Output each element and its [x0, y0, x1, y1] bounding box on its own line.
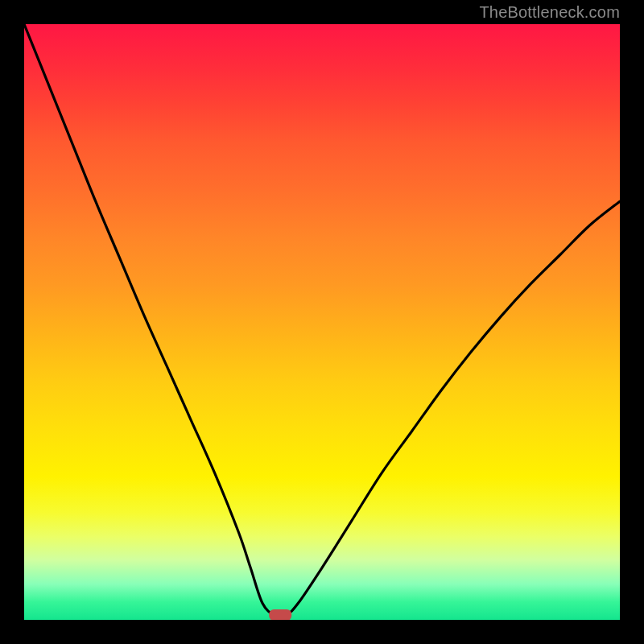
bottleneck-curve: [24, 24, 620, 617]
plot-area: [24, 24, 620, 620]
watermark-text: TheBottleneck.com: [479, 3, 620, 22]
curve-layer: [24, 24, 620, 620]
chart-frame: TheBottleneck.com: [0, 0, 644, 644]
optimal-marker: [269, 609, 291, 620]
